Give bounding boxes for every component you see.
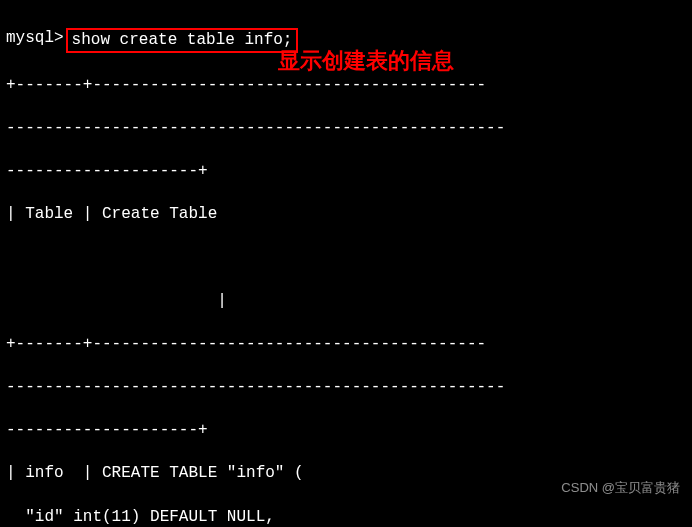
separator-line: ----------------------------------------… [6,118,692,140]
mysql-prompt: mysql> [6,28,64,50]
separator-line: --------------------+ [6,420,692,442]
command-highlight-box: show create table info; [66,28,299,54]
separator-line: ----------------------------------------… [6,377,692,399]
separator-line: +-------+-------------------------------… [6,334,692,356]
watermark: CSDN @宝贝富贵猪 [561,479,680,497]
annotation-label: 显示创建表的信息 [278,46,454,76]
table-header-end: | [6,291,692,313]
column-def-id: "id" int(11) DEFAULT NULL, [6,507,692,527]
sql-command[interactable]: show create table info; [72,31,293,49]
blank-line [6,248,692,270]
separator-line: --------------------+ [6,161,692,183]
table-header: | Table | Create Table [6,204,692,226]
separator-line: +-------+-------------------------------… [6,75,692,97]
terminal-output: mysql> show create table info; +-------+… [0,0,692,527]
